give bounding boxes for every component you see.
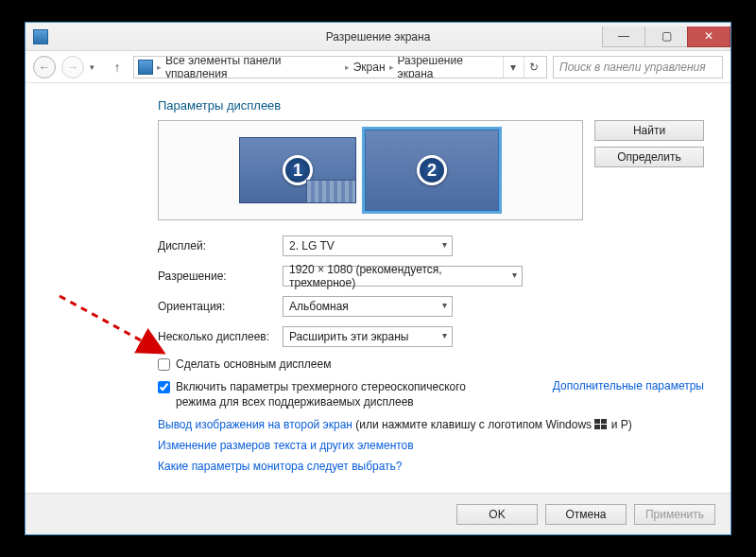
window: Разрешение экрана — ▢ ✕ ← → ▾ ↑ ▸ Все эл… (25, 22, 731, 535)
which-settings-link[interactable]: Какие параметры монитора следует выбрать… (158, 460, 403, 473)
search-placeholder: Поиск в панели управления (559, 61, 706, 74)
forward-button[interactable]: → (61, 56, 84, 78)
detect-button[interactable]: Найти (594, 120, 704, 141)
svg-rect-1 (601, 419, 607, 424)
advanced-link[interactable]: Дополнительные параметры (553, 379, 704, 392)
orientation-row: Ориентация: Альбомная (158, 296, 704, 317)
back-button[interactable]: ← (33, 56, 56, 78)
project-link[interactable]: Вывод изображения на второй экран (158, 418, 352, 431)
chevron-right-icon: ▸ (345, 62, 350, 72)
close-button[interactable]: ✕ (687, 26, 730, 47)
orientation-select[interactable]: Альбомная (283, 296, 453, 317)
breadcrumb-item[interactable]: Экран (353, 61, 386, 74)
svg-rect-3 (601, 425, 607, 429)
navbar: ← → ▾ ↑ ▸ Все элементы панели управления… (26, 51, 730, 83)
text-size-line: Изменение размеров текста и других элеме… (158, 439, 704, 452)
make-main-checkbox[interactable] (158, 358, 170, 371)
chevron-right-icon: ▸ (389, 62, 394, 72)
maximize-button[interactable]: ▢ (644, 26, 688, 47)
breadcrumb-item[interactable]: Разрешение экрана (398, 56, 499, 78)
display-preview-row: 1 2 Найти Определить (158, 120, 704, 220)
project-tail: и P) (608, 418, 631, 431)
resolution-label: Разрешение: (158, 270, 283, 283)
project-line: Вывод изображения на второй экран (или н… (158, 418, 704, 431)
resolution-row: Разрешение: 1920 × 1080 (рекомендуется, … (158, 266, 704, 287)
make-main-label: Сделать основным дисплеем (176, 357, 704, 372)
svg-rect-2 (594, 425, 600, 429)
monitor-2[interactable]: 2 (362, 127, 502, 214)
up-button[interactable]: ↑ (107, 57, 128, 78)
app-icon (33, 29, 48, 44)
multi-display-row: Несколько дисплеев: Расширить эти экраны (158, 326, 704, 347)
titlebar: Разрешение экрана — ▢ ✕ (26, 23, 730, 51)
display-select[interactable]: 2. LG TV (283, 235, 453, 256)
stereo3d-label: Включить параметры трехмерного стереоско… (176, 379, 497, 409)
preview-buttons: Найти Определить (594, 120, 704, 220)
breadcrumb-item[interactable]: Все элементы панели управления (165, 56, 341, 78)
display-arrangement[interactable]: 1 2 (158, 120, 583, 220)
window-buttons: — ▢ ✕ (603, 26, 730, 47)
stereo3d-row: Включить параметры трехмерного стереоско… (158, 379, 704, 409)
ok-button[interactable]: OK (456, 504, 538, 525)
address-dropdown[interactable]: ▾ (503, 57, 522, 78)
content: Параметры дисплеев 1 2 Найти Определить … (26, 83, 730, 493)
orientation-label: Ориентация: (158, 300, 283, 313)
footer: OK Отмена Применить (26, 493, 730, 534)
make-main-row: Сделать основным дисплеем (158, 357, 704, 372)
page-heading: Параметры дисплеев (158, 98, 704, 113)
display-label: Дисплей: (158, 239, 283, 252)
resolution-select[interactable]: 1920 × 1080 (рекомендуется, трехмерное) (283, 266, 523, 287)
minimize-button[interactable]: — (602, 26, 645, 47)
monitor-1[interactable]: 1 (239, 137, 356, 203)
multi-display-select[interactable]: Расширить эти экраны (283, 326, 453, 347)
windows-key-icon (594, 419, 608, 430)
svg-rect-0 (594, 419, 600, 424)
history-dropdown[interactable]: ▾ (90, 62, 101, 72)
text-size-link[interactable]: Изменение размеров текста и других элеме… (158, 439, 414, 452)
which-settings-line: Какие параметры монитора следует выбрать… (158, 460, 704, 473)
stereo3d-checkbox[interactable] (158, 381, 170, 393)
project-text: (или нажмите клавишу с логотипом Windows (352, 418, 594, 431)
display-row: Дисплей: 2. LG TV (158, 235, 704, 256)
cancel-button[interactable]: Отмена (545, 504, 627, 525)
identify-button[interactable]: Определить (594, 147, 704, 167)
address-bar[interactable]: ▸ Все элементы панели управления ▸ Экран… (133, 56, 547, 78)
refresh-button[interactable]: ↻ (524, 57, 542, 78)
search-input[interactable]: Поиск в панели управления (553, 56, 723, 78)
location-icon (138, 60, 153, 75)
multi-display-label: Несколько дисплеев: (158, 330, 283, 343)
apply-button[interactable]: Применить (634, 504, 715, 525)
chevron-right-icon: ▸ (157, 62, 162, 72)
monitor-number: 2 (417, 155, 447, 185)
taskbar-indicator (306, 180, 355, 202)
